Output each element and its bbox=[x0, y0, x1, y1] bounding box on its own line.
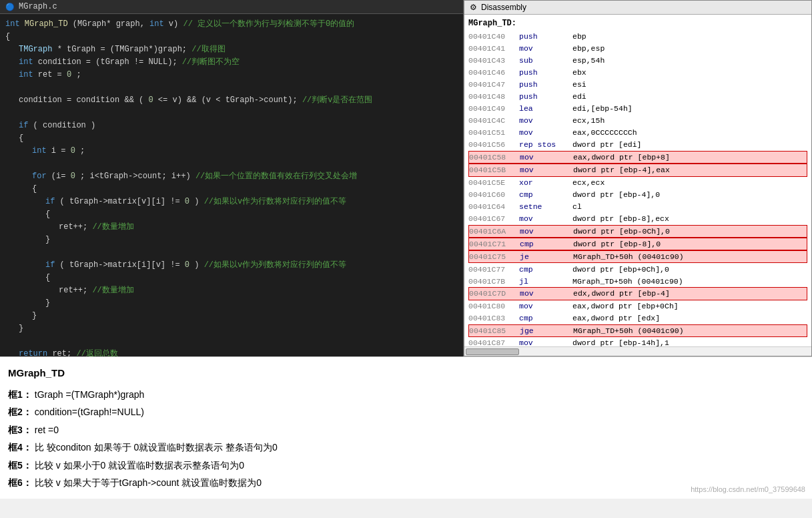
top-section: 🔵 MGraph.c int MGraph_TD (MGraph* graph,… bbox=[0, 0, 812, 357]
disasm-row-15: 00401C64 setne cl bbox=[468, 201, 807, 213]
disasm-row-23: 00401C80 mov eax,dword ptr [ebp+0Ch] bbox=[468, 300, 807, 312]
disasm-row-18: 00401C71 cmp dword ptr [ebp-8],0 bbox=[468, 238, 807, 250]
disasm-row-3: 00401C43 sub esp,54h bbox=[468, 55, 807, 67]
code-line-24: } bbox=[5, 310, 458, 322]
main-container: 🔵 MGraph.c int MGraph_TD (MGraph* graph,… bbox=[0, 0, 812, 499]
code-line-18: } bbox=[5, 234, 458, 246]
disasm-title: ⚙ Disassembly bbox=[464, 1, 811, 15]
code-line-26 bbox=[5, 335, 458, 348]
annotation-label-4: 框4： bbox=[8, 439, 32, 457]
code-line-17: ret++; //数量增加 bbox=[5, 221, 458, 234]
annotation-label-5: 框5： bbox=[8, 457, 32, 475]
code-line-19 bbox=[5, 246, 458, 259]
annotation-label-1: 框1： bbox=[8, 386, 32, 404]
code-line-16: { bbox=[5, 208, 458, 221]
disasm-scrollbar[interactable] bbox=[464, 346, 811, 356]
code-line-23: } bbox=[5, 297, 458, 310]
code-panel-filename: MGraph.c bbox=[19, 2, 57, 11]
code-line-14: { bbox=[5, 183, 458, 196]
disasm-row-26: 00401C87 mov dword ptr [ebp-14h],1 bbox=[468, 337, 807, 346]
disasm-panel: ⚙ Disassembly MGraph_TD: 00401C40 push e… bbox=[464, 0, 812, 356]
annotation-label-3: 框3： bbox=[8, 421, 32, 439]
annotation-label-6: 框6： bbox=[8, 474, 32, 492]
disasm-row-16: 00401C67 mov dword ptr [ebp-8],ecx bbox=[468, 213, 807, 225]
code-line-13: for (i= 0 ; i<tGraph->count; i++) //如果一个… bbox=[5, 170, 458, 183]
disasm-section-label: MGraph_TD: bbox=[468, 17, 807, 29]
disasm-row-2: 00401C41 mov ebp,esp bbox=[468, 43, 807, 55]
annotation-item-4: 框4： 比 较conditon 如果等于 0就设置临时数据表示 整条语句为0 bbox=[8, 439, 804, 457]
bottom-wrapper: MGraph_TD 框1： tGraph =(TMGraph*)graph 框2… bbox=[0, 357, 812, 499]
disasm-row-11: 00401C58 mov eax,dword ptr [ebp+8] bbox=[468, 151, 807, 164]
disasm-row-4: 00401C46 push ebx bbox=[468, 67, 807, 79]
bottom-section: MGraph_TD 框1： tGraph =(TMGraph*)graph 框2… bbox=[0, 357, 812, 499]
disasm-row-10: 00401C56 rep stos dword ptr [edi] bbox=[468, 139, 807, 151]
watermark: https://blog.csdn.net/m0_37599648 bbox=[691, 485, 805, 493]
code-line-4: int condition = (tGraph != NULL); //判断图不… bbox=[5, 56, 458, 69]
code-line-9: if ( condition ) bbox=[5, 119, 458, 132]
disasm-row-14: 00401C60 cmp dword ptr [ebp-4],0 bbox=[468, 189, 807, 201]
code-line-15: if ( tGraph->matrix[v][i] != 0 ) //如果以v作… bbox=[5, 196, 458, 208]
disasm-scrollbar-thumb[interactable] bbox=[466, 348, 519, 355]
annotation-text-6: 比较 v 如果大于等于tGraph->count 就设置临时数据为0 bbox=[35, 474, 262, 492]
disasm-row-20: 00401C77 cmp dword ptr [ebp+0Ch],0 bbox=[468, 263, 807, 275]
code-line-6 bbox=[5, 81, 458, 94]
disasm-row-1: 00401C40 push ebp bbox=[468, 31, 807, 43]
annotation-text-2: condition=(tGraph!=NULL) bbox=[35, 403, 144, 421]
disasm-row-9: 00401C51 mov eax,0CCCCCCCCh bbox=[468, 127, 807, 139]
disasm-row-19: 00401C75 je MGraph_TD+50h (00401c90) bbox=[468, 250, 807, 263]
code-content: int MGraph_TD (MGraph* graph, int v) // … bbox=[0, 14, 463, 356]
file-icon: 🔵 bbox=[5, 3, 15, 11]
disasm-content: MGraph_TD: 00401C40 push ebp 00401C41 mo… bbox=[464, 15, 811, 346]
annotation-item-2: 框2： condition=(tGraph!=NULL) bbox=[8, 403, 804, 421]
code-line-20: if ( tGraph->matrix[i][v] != 0 ) //如果以v作… bbox=[5, 259, 458, 272]
disasm-row-25: 00401C85 jge MGraph_TD+50h (00401c90) bbox=[468, 324, 807, 337]
code-line-3: TMGraph * tGraph = (TMGraph*)graph; //取得… bbox=[5, 43, 458, 56]
code-line-10: { bbox=[5, 132, 458, 145]
disasm-row-24: 00401C83 cmp eax,dword ptr [edx] bbox=[468, 312, 807, 324]
disasm-title-label: Disassembly bbox=[481, 3, 526, 12]
disasm-row-13: 00401C5E xor ecx,ecx bbox=[468, 177, 807, 189]
annotation-text-4: 比 较conditon 如果等于 0就设置临时数据表示 整条语句为0 bbox=[35, 439, 278, 457]
disasm-row-5: 00401C47 push esi bbox=[468, 79, 807, 91]
disasm-row-6: 00401C48 push edi bbox=[468, 91, 807, 103]
code-line-2: { bbox=[5, 31, 458, 43]
code-line-25: } bbox=[5, 322, 458, 335]
code-line-11: int i = 0 ; bbox=[5, 145, 458, 158]
annotation-text-1: tGraph =(TMGraph*)graph bbox=[35, 386, 145, 404]
code-panel-title: 🔵 MGraph.c bbox=[0, 0, 463, 14]
code-line-12 bbox=[5, 158, 458, 170]
annotation-text-3: ret =0 bbox=[35, 421, 59, 439]
code-line-22: ret++; //数量增加 bbox=[5, 284, 458, 297]
code-line-21: { bbox=[5, 272, 458, 284]
annotation-item-5: 框5： 比较 v 如果小于0 就设置临时数据表示整条语句为0 bbox=[8, 457, 804, 475]
annotation-text-5: 比较 v 如果小于0 就设置临时数据表示整条语句为0 bbox=[35, 457, 244, 475]
disasm-row-21: 00401C7B jl MGraph_TD+50h (00401c90) bbox=[468, 275, 807, 287]
disasm-row-8: 00401C4C mov ecx,15h bbox=[468, 115, 807, 127]
code-line-27: return ret; //返回总数 bbox=[5, 348, 458, 356]
code-line-8 bbox=[5, 107, 458, 119]
code-line-7: condition = condition && ( 0 <= v) && (v… bbox=[5, 94, 458, 107]
disasm-row-12: 00401C5B mov dword ptr [ebp-4],eax bbox=[468, 164, 807, 176]
annotations-title: MGraph_TD bbox=[8, 364, 804, 383]
annotation-item-3: 框3： ret =0 bbox=[8, 421, 804, 439]
annotation-label-2: 框2： bbox=[8, 403, 32, 421]
disasm-row-17: 00401C6A mov dword ptr [ebp-0Ch],0 bbox=[468, 225, 807, 238]
annotation-item-1: 框1： tGraph =(TMGraph*)graph bbox=[8, 386, 804, 404]
annotation-item-6: 框6： 比较 v 如果大于等于tGraph->count 就设置临时数据为0 bbox=[8, 474, 804, 492]
disasm-icon: ⚙ bbox=[470, 3, 477, 12]
disasm-row-7: 00401C49 lea edi,[ebp-54h] bbox=[468, 103, 807, 115]
code-line-5: int ret = 0 ; bbox=[5, 69, 458, 81]
disasm-row-22: 00401C7D mov edx,dword ptr [ebp-4] bbox=[468, 287, 807, 300]
code-line-1: int MGraph_TD (MGraph* graph, int v) // … bbox=[5, 18, 458, 31]
code-panel: 🔵 MGraph.c int MGraph_TD (MGraph* graph,… bbox=[0, 0, 464, 356]
